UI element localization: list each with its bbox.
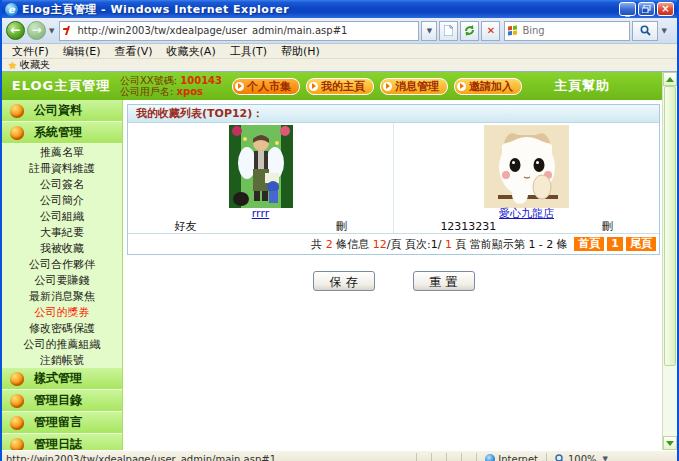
site-favicon xyxy=(63,25,72,36)
menu-view[interactable]: 查看(V) xyxy=(114,44,152,59)
scrollbar-thumb[interactable] xyxy=(664,86,676,366)
status-zoom[interactable]: 100%▼ xyxy=(546,453,673,461)
arrow-down-icon xyxy=(666,441,674,446)
nav-my-homepage-button[interactable]: 我的主頁 xyxy=(306,78,374,95)
menu-favorites[interactable]: 收藏夹(A) xyxy=(167,44,216,59)
search-icon xyxy=(640,25,651,36)
minimize-button[interactable]: _ xyxy=(619,2,636,16)
company-no-label: 公司XX號碼: xyxy=(120,75,177,86)
restore-button[interactable] xyxy=(638,2,655,16)
section-label: 管理日誌 xyxy=(34,436,82,450)
play-icon xyxy=(309,82,318,91)
sidebar-item-latest-news[interactable]: 最新消息聚焦 xyxy=(2,288,122,304)
sidebar-item-register-maintain[interactable]: 註冊資料維護 xyxy=(2,160,122,176)
delete-link[interactable]: 刪 xyxy=(602,220,613,233)
sphere-icon xyxy=(10,438,24,451)
back-button[interactable]: ← xyxy=(6,21,25,40)
scroll-down-button[interactable] xyxy=(663,436,677,450)
refresh-button[interactable] xyxy=(460,21,479,41)
search-go-button[interactable] xyxy=(632,21,658,41)
stop-button[interactable]: ✕ xyxy=(481,21,500,41)
close-button[interactable]: × xyxy=(657,2,674,16)
sidebar-item-company-signature[interactable]: 公司簽名 xyxy=(2,176,122,192)
address-dropdown[interactable]: ▼ xyxy=(421,21,437,41)
scrollbar-track[interactable] xyxy=(663,366,677,436)
play-icon xyxy=(383,82,392,91)
reset-button[interactable]: 重 置 xyxy=(413,271,475,291)
company-user-value: xpos xyxy=(177,86,203,97)
search-options-dropdown[interactable]: ▼ xyxy=(661,27,666,35)
sidebar-item-partners[interactable]: 公司合作夥伴 xyxy=(2,256,122,272)
sidebar-item-company-coupons-active[interactable]: 公司的獎券 xyxy=(2,304,122,320)
nav-button-label: 邀請加入 xyxy=(469,79,513,94)
nav-button-label: 个人市集 xyxy=(247,79,291,94)
menu-tools[interactable]: 工具(T) xyxy=(230,44,267,59)
favorite-link[interactable]: 愛心九龍店 xyxy=(499,208,554,220)
nav-message-admin-button[interactable]: 消息管理 xyxy=(380,78,448,95)
panel-title: 我的收藏列表(TOP12)： xyxy=(128,105,659,123)
menu-edit[interactable]: 编辑(E) xyxy=(63,44,101,59)
sidebar-section-message-admin[interactable]: 管理留言 xyxy=(2,412,122,434)
pagination-total: 2 xyxy=(326,238,333,251)
sphere-icon xyxy=(10,416,24,430)
status-cell xyxy=(416,453,431,461)
sidebar-item-recommend-list[interactable]: 推薦名單 xyxy=(2,144,122,160)
sidebar-item-favorited-by[interactable]: 我被收藏 xyxy=(2,240,122,256)
web-page: ELOG主頁管理 公司XX號碼: 100143 公司用戶名: xpos 个人市集… xyxy=(2,72,662,450)
favorites-bar: ★ 收藏夹 xyxy=(2,59,677,72)
search-box[interactable] xyxy=(504,21,630,41)
arrow-up-icon xyxy=(666,77,674,82)
status-cell xyxy=(461,453,476,461)
favorites-panel: 我的收藏列表(TOP12)： xyxy=(127,104,660,255)
menu-file[interactable]: 文件(F) xyxy=(12,44,49,59)
page-button[interactable] xyxy=(439,21,458,41)
sidebar-item-cancel-account[interactable]: 注銷帳號 xyxy=(2,352,122,368)
favorites-button[interactable]: 收藏夹 xyxy=(20,58,50,72)
history-dropdown-icon[interactable]: ▼ xyxy=(49,27,54,35)
sidebar-section-company-info[interactable]: 公司資料 xyxy=(2,100,122,122)
nav-invite-button[interactable]: 邀請加入 xyxy=(454,78,522,95)
page-1-button[interactable]: 1 xyxy=(607,237,623,251)
sidebar-item-password-protect[interactable]: 修改密碼保護 xyxy=(2,320,122,336)
pagination-text: 頁 當前顯示第 xyxy=(452,237,529,252)
forward-button[interactable]: → xyxy=(27,21,46,40)
avatar-thumbnail[interactable] xyxy=(229,125,293,208)
site-logo: ELOG主頁管理 xyxy=(2,77,120,95)
pagination-total-pages: 1 xyxy=(445,238,452,251)
save-button[interactable]: 保 存 xyxy=(313,271,375,291)
play-icon xyxy=(235,82,244,91)
sidebar-section-catalog-admin[interactable]: 管理目錄 xyxy=(2,390,122,412)
address-bar[interactable] xyxy=(59,21,419,41)
delete-link[interactable]: 刪 xyxy=(336,220,347,233)
address-input[interactable] xyxy=(75,24,415,37)
sidebar-item-company-org[interactable]: 公司組織 xyxy=(2,208,122,224)
globe-icon xyxy=(485,454,495,461)
search-input[interactable] xyxy=(520,24,604,37)
status-zoom-value: 100% xyxy=(568,454,597,461)
nav-personal-market-button[interactable]: 个人市集 xyxy=(232,78,300,95)
scroll-up-button[interactable] xyxy=(663,72,677,86)
first-page-button[interactable]: 首頁 xyxy=(574,237,604,251)
zoom-dropdown-icon[interactable]: ▼ xyxy=(603,455,608,461)
sidebar-section-log-admin[interactable]: 管理日誌 xyxy=(2,434,122,450)
pagination-text: 條信息 xyxy=(333,237,373,252)
sidebar-section-style-admin[interactable]: 樣式管理 xyxy=(2,368,122,390)
shop-thumbnail[interactable] xyxy=(484,125,569,208)
status-bar: http://win2003/tw/xdealpage/user_admin/m… xyxy=(2,450,677,461)
sidebar-item-milestones[interactable]: 大事紀要 xyxy=(2,224,122,240)
site-header: ELOG主頁管理 公司XX號碼: 100143 公司用戶名: xpos 个人市集… xyxy=(2,72,662,100)
favorite-card: 愛心九龍店 12313231 刪 xyxy=(394,123,659,233)
section-label: 管理留言 xyxy=(34,414,82,431)
sidebar-item-make-money[interactable]: 公司要賺錢 xyxy=(2,272,122,288)
pagination-range: 1 - 2 xyxy=(528,238,553,251)
sidebar-item-company-intro[interactable]: 公司簡介 xyxy=(2,192,122,208)
menu-help[interactable]: 帮助(H) xyxy=(281,44,320,59)
last-page-button[interactable]: 尾頁 xyxy=(626,237,656,251)
favorite-link[interactable]: rrrr xyxy=(252,208,270,220)
vertical-scrollbar[interactable] xyxy=(662,72,677,450)
favorite-label: 12313231 xyxy=(440,220,496,233)
sidebar-section-system-admin[interactable]: 系統管理 xyxy=(2,122,122,144)
homepage-help-link[interactable]: 主頁幫助 xyxy=(554,77,610,95)
status-zone-label: Internet xyxy=(498,454,538,461)
sidebar-item-recommend-org[interactable]: 公司的推薦組織 xyxy=(2,336,122,352)
